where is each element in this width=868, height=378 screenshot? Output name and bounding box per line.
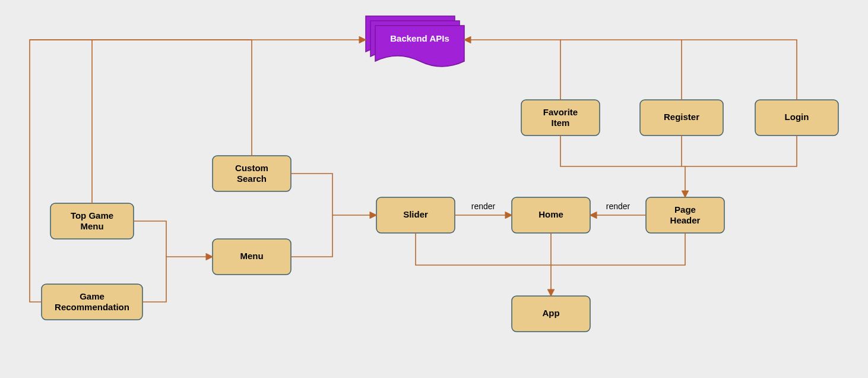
game-recommendation-label-2: Recommendation	[55, 302, 129, 312]
top-game-menu-label-1: Top Game	[71, 210, 113, 220]
edge-register-backend	[560, 40, 682, 100]
login-label: Login	[785, 112, 809, 122]
game-recommendation-node: Game Recommendation	[42, 284, 142, 320]
menu-label: Menu	[240, 251, 263, 261]
favorite-item-node: Favorite Item	[521, 100, 600, 136]
page-header-label-1: Page	[674, 204, 696, 215]
slider-node: Slider	[376, 197, 455, 233]
edge-gamereco-backend	[30, 40, 366, 302]
favorite-item-label-1: Favorite	[543, 107, 578, 117]
menu-node: Menu	[213, 239, 291, 275]
edge-gamereco-menu	[142, 257, 213, 302]
custom-search-node: Custom Search	[213, 156, 291, 191]
backend-apis-label: Backend APIs	[390, 33, 449, 43]
page-header-label-2: Header	[670, 215, 701, 225]
page-header-node: Page Header	[646, 197, 724, 233]
custom-search-label-2: Search	[237, 174, 267, 184]
edge-favorite-backend	[464, 40, 560, 100]
home-node: Home	[512, 197, 590, 233]
slider-label: Slider	[403, 209, 428, 219]
edge-favorite-header	[560, 136, 685, 166]
top-game-menu-node: Top Game Menu	[50, 203, 134, 239]
edge-header-app	[551, 233, 685, 265]
edge-menu-slider	[291, 215, 376, 257]
edge-slider-app	[416, 233, 551, 265]
home-label: Home	[538, 209, 563, 219]
register-label: Register	[664, 112, 699, 122]
backend-apis-node: Backend APIs	[366, 16, 464, 67]
edge-customsearch-slider	[291, 174, 332, 215]
edge-topgame-menu	[134, 221, 166, 257]
custom-search-label-1: Custom	[235, 163, 268, 173]
register-node: Register	[640, 100, 723, 136]
favorite-item-label-2: Item	[552, 118, 570, 128]
architecture-diagram: Backend APIs Top Game Menu Game Recommen…	[0, 0, 868, 378]
edge-login-header	[685, 136, 797, 197]
top-game-menu-label-2: Menu	[80, 221, 103, 231]
login-node: Login	[755, 100, 838, 136]
game-recommendation-label-1: Game	[80, 291, 104, 301]
edge-slider-home-label: render	[471, 201, 496, 211]
edge-login-backend	[682, 40, 797, 100]
app-label: App	[542, 308, 559, 318]
app-node: App	[512, 296, 590, 332]
edge-header-home-label: render	[606, 201, 631, 211]
